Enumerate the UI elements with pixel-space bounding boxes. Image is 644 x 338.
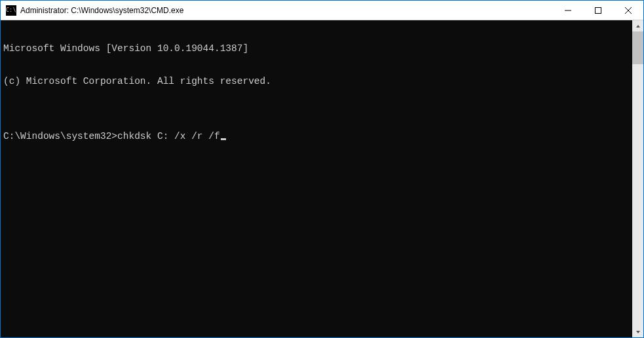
console-cursor [221,138,226,140]
window-controls [553,1,643,20]
scroll-down-button[interactable] [632,326,643,337]
chevron-down-icon [635,329,641,335]
window-title: Administrator: C:\Windows\system32\CMD.e… [20,6,553,15]
close-icon [625,7,632,14]
console-line-version: Microsoft Windows [Version 10.0.19044.13… [3,43,630,54]
console-output[interactable]: Microsoft Windows [Version 10.0.19044.13… [1,20,632,337]
chevron-up-icon [635,24,641,29]
scroll-up-button[interactable] [632,20,643,31]
window-titlebar: C:\ Administrator: C:\Windows\system32\C… [1,1,643,20]
svg-marker-5 [636,331,640,333]
scroll-thumb[interactable] [632,31,643,64]
console-container: Microsoft Windows [Version 10.0.19044.13… [1,20,643,337]
minimize-icon [565,7,571,14]
cmd-icon-text: C:\ [6,8,16,13]
console-command: chkdsk C: /x /r /f [117,131,220,142]
console-line-copyright: (c) Microsoft Corporation. All rights re… [3,76,630,87]
console-prompt: C:\Windows\system32> [3,131,117,142]
svg-marker-4 [636,25,640,28]
close-button[interactable] [613,1,643,20]
minimize-button[interactable] [553,1,583,20]
vertical-scrollbar[interactable] [632,20,643,337]
scroll-track[interactable] [632,31,643,326]
svg-rect-1 [596,7,601,13]
maximize-button[interactable] [583,1,613,20]
console-prompt-line: C:\Windows\system32>chkdsk C: /x /r /f [3,131,630,142]
cmd-icon: C:\ [6,5,16,16]
maximize-icon [595,7,601,14]
